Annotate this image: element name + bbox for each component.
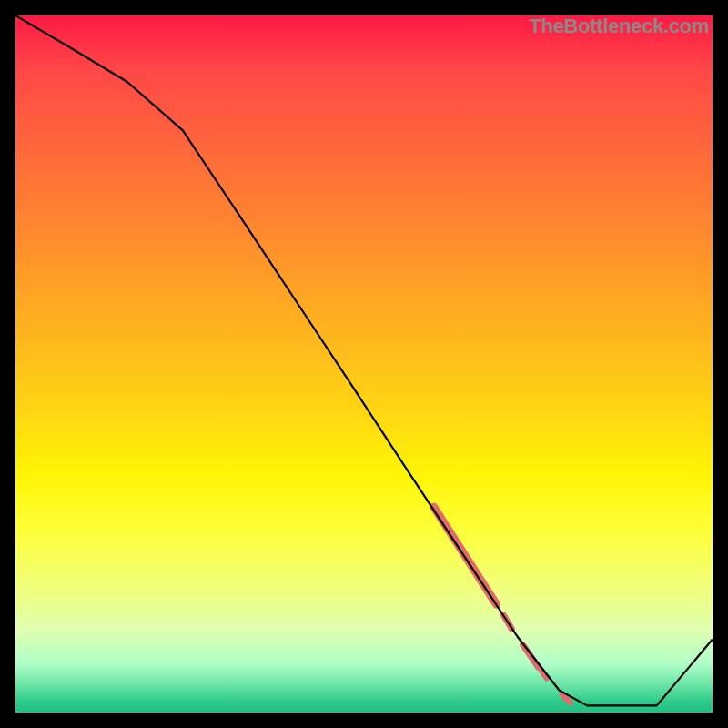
- chart-svg: [15, 15, 713, 713]
- plot-area: TheBottleneck.com: [15, 15, 713, 713]
- data-curve: [15, 15, 713, 705]
- highlight-group: [434, 507, 571, 703]
- chart-container: TheBottleneck.com: [0, 0, 728, 728]
